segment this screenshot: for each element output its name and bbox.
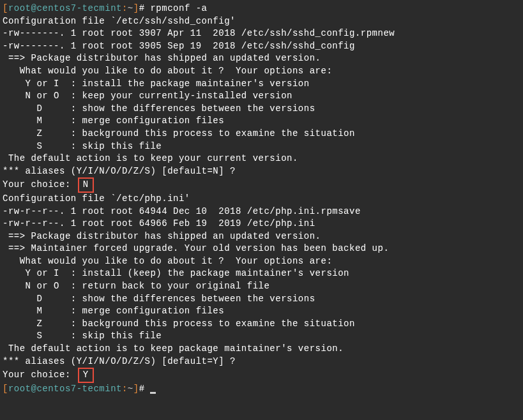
choice-line-2[interactable]: Your choice: Y: [3, 368, 520, 383]
cwd: ~: [128, 384, 133, 394]
cwd: ~: [128, 3, 133, 13]
output-line: *** aliases (Y/I/N/O/D/Z/S) [default=Y] …: [3, 356, 520, 368]
output-line: Configuration file `/etc/ssh/sshd_config…: [3, 15, 520, 28]
choice-input-highlight: N: [78, 177, 94, 193]
output-line: D : show the differences between the ver…: [3, 293, 520, 306]
choice-line-1[interactable]: Your choice: N: [3, 177, 520, 193]
output-line: The default action is to keep package ma…: [3, 343, 520, 356]
output-line: Z : background this process to examine t…: [3, 318, 520, 331]
output-line: -rw-------. 1 root root 3905 Sep 19 2018…: [3, 40, 520, 53]
user-host: root@centos7-tecmint: [8, 384, 122, 394]
output-line: ==> Package distributor has shipped an u…: [3, 52, 520, 65]
output-line: ==> Maintainer forced upgrade. Your old …: [3, 243, 520, 255]
output-line: -rw-r--r--. 1 root root 64944 Dec 10 201…: [3, 206, 520, 218]
output-line: Y or I : install (keep) the package main…: [3, 267, 520, 280]
prompt-line-1[interactable]: [root@centos7-tecmint:~]# rpmconf -a: [3, 3, 520, 15]
choice-input-highlight: Y: [78, 368, 94, 383]
colon: :: [122, 384, 128, 394]
bracket-open: [: [3, 3, 8, 13]
command-text: rpmconf -a: [150, 3, 207, 13]
output-line: -rw-------. 1 root root 3907 Apr 11 2018…: [3, 27, 520, 40]
bracket-open: [: [3, 384, 8, 394]
output-line: D : show the differences between the ver…: [3, 103, 520, 116]
output-line: S : skip this file: [3, 330, 520, 343]
bracket-close: ]: [133, 3, 139, 13]
output-line: *** aliases (Y/I/N/O/D/Z/S) [default=N] …: [3, 165, 520, 178]
hash: #: [139, 3, 151, 13]
output-line: Configuration file `/etc/php.ini': [3, 193, 520, 206]
hash: #: [139, 384, 151, 394]
output-line: Z : background this process to examine t…: [3, 128, 520, 140]
choice-label: Your choice:: [3, 370, 71, 380]
output-line: S : skip this file: [3, 140, 520, 153]
output-line: M : merge configuration files: [3, 305, 520, 318]
output-line: N or O : keep your currently-installed v…: [3, 90, 520, 103]
choice-input-value: Y: [83, 370, 89, 380]
prompt-line-2[interactable]: [root@centos7-tecmint:~]#: [3, 383, 520, 396]
choice-label: Your choice:: [3, 179, 71, 190]
output-line: The default action is to keep your curre…: [3, 153, 520, 165]
choice-input-value: N: [83, 179, 89, 190]
user-host: root@centos7-tecmint: [8, 3, 122, 13]
output-line: ==> Package distributor has shipped an u…: [3, 230, 520, 243]
output-line: What would you like to do about it ? You…: [3, 255, 520, 268]
output-line: What would you like to do about it ? You…: [3, 65, 520, 78]
output-line: M : merge configuration files: [3, 115, 520, 128]
colon: :: [122, 3, 128, 13]
bracket-close: ]: [133, 384, 139, 394]
output-line: Y or I : install the package maintainer'…: [3, 78, 520, 91]
output-line: -rw-r--r--. 1 root root 64966 Feb 19 201…: [3, 218, 520, 230]
output-line: N or O : return back to your original fi…: [3, 280, 520, 293]
cursor-icon: [150, 392, 156, 394]
